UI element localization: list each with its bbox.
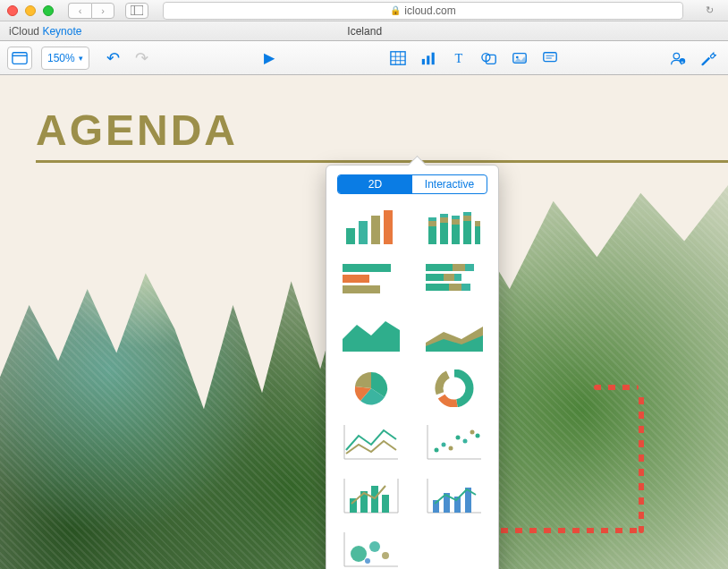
- minimize-window-button[interactable]: [25, 5, 36, 16]
- svg-rect-25: [371, 216, 380, 244]
- insert-chart-button[interactable]: [416, 47, 441, 70]
- svg-point-20: [673, 53, 680, 59]
- svg-rect-31: [440, 217, 448, 223]
- svg-point-65: [470, 430, 474, 435]
- sidebar-toggle-button[interactable]: [125, 3, 148, 19]
- svg-rect-35: [452, 216, 460, 219]
- zoom-select[interactable]: 150%▾: [41, 47, 89, 70]
- undo-button[interactable]: ↶: [102, 50, 125, 66]
- chart-mixed[interactable]: [426, 477, 483, 514]
- insert-media-button[interactable]: [507, 47, 532, 70]
- svg-point-64: [462, 439, 467, 444]
- insert-shape-button[interactable]: [477, 47, 502, 70]
- svg-rect-38: [463, 212, 471, 216]
- svg-rect-17: [543, 52, 555, 61]
- svg-rect-11: [431, 52, 434, 64]
- svg-rect-51: [449, 284, 461, 291]
- svg-rect-26: [384, 210, 393, 244]
- crumb-app[interactable]: iCloud: [9, 25, 39, 38]
- chart-picker-popover: 2D Interactive: [326, 165, 499, 569]
- svg-point-83: [369, 541, 380, 552]
- svg-rect-48: [444, 274, 454, 281]
- svg-rect-34: [452, 219, 460, 225]
- back-button[interactable]: ‹: [68, 3, 91, 19]
- svg-rect-10: [427, 55, 429, 64]
- insert-comment-button[interactable]: [538, 47, 563, 70]
- svg-rect-33: [452, 225, 460, 244]
- svg-rect-30: [440, 223, 448, 244]
- svg-rect-44: [426, 264, 453, 271]
- slide-canvas[interactable]: AGENDA 2D Interactive: [0, 75, 728, 569]
- format-button[interactable]: [696, 47, 721, 70]
- document-title: Iceland: [90, 25, 639, 38]
- svg-point-63: [455, 436, 460, 440]
- svg-rect-29: [428, 217, 436, 221]
- reload-button[interactable]: ↻: [698, 3, 721, 19]
- svg-point-60: [434, 448, 438, 453]
- svg-rect-39: [475, 226, 480, 244]
- window-controls: [7, 5, 54, 16]
- chart-type-tabs: 2D Interactive: [337, 174, 487, 194]
- svg-rect-73: [382, 495, 389, 513]
- close-window-button[interactable]: [7, 5, 18, 16]
- lock-icon: 🔒: [390, 5, 401, 15]
- svg-rect-28: [428, 221, 436, 226]
- chart-line[interactable]: [343, 423, 400, 461]
- chart-column[interactable]: [343, 208, 400, 246]
- svg-rect-0: [131, 5, 143, 15]
- svg-rect-47: [426, 274, 444, 281]
- chart-bubble[interactable]: [343, 531, 400, 568]
- chart-column-stacked[interactable]: [426, 208, 483, 246]
- redo-button[interactable]: ↷: [131, 50, 154, 66]
- svg-rect-43: [343, 285, 380, 293]
- url-host: icloud.com: [404, 4, 455, 17]
- chart-area[interactable]: [343, 316, 400, 353]
- svg-text:T: T: [454, 51, 462, 65]
- svg-rect-37: [463, 216, 471, 221]
- svg-rect-24: [359, 221, 368, 244]
- chart-scatter[interactable]: [426, 423, 483, 461]
- slide-headline[interactable]: AGENDA: [36, 106, 238, 155]
- svg-rect-41: [343, 264, 391, 272]
- chart-bar-horizontal[interactable]: [343, 262, 400, 300]
- tab-bar: iCloud Keynote Iceland: [0, 21, 728, 41]
- insert-text-button[interactable]: T: [446, 47, 471, 70]
- svg-rect-40: [475, 221, 480, 226]
- chart-donut[interactable]: [426, 369, 483, 407]
- svg-rect-13: [486, 55, 495, 64]
- svg-rect-49: [454, 274, 461, 281]
- svg-rect-32: [440, 214, 448, 217]
- svg-point-85: [365, 558, 370, 564]
- crumb-doc[interactable]: Keynote: [42, 25, 81, 38]
- zoom-value: 150%: [47, 52, 75, 64]
- tab-interactive[interactable]: Interactive: [412, 175, 487, 193]
- svg-rect-50: [426, 284, 449, 291]
- svg-rect-27: [428, 226, 436, 244]
- svg-rect-52: [461, 284, 470, 291]
- svg-point-84: [382, 552, 389, 559]
- insert-table-button[interactable]: [385, 47, 411, 70]
- svg-rect-36: [463, 221, 471, 244]
- address-bar[interactable]: 🔒 icloud.com: [163, 2, 683, 20]
- map-route[interactable]: [487, 381, 683, 533]
- zoom-window-button[interactable]: [43, 5, 54, 16]
- chart-bar-horizontal-stacked[interactable]: [426, 262, 483, 300]
- forward-button[interactable]: ›: [91, 3, 114, 19]
- svg-point-82: [351, 546, 367, 562]
- svg-point-61: [441, 443, 445, 447]
- chart-pie[interactable]: [343, 369, 400, 407]
- chart-thumbnail-grid: [337, 203, 487, 569]
- collaborate-button[interactable]: +: [665, 47, 690, 70]
- svg-rect-9: [421, 58, 424, 64]
- svg-point-62: [448, 446, 453, 451]
- play-button[interactable]: ▶: [257, 47, 282, 70]
- breadcrumb: iCloud Keynote: [0, 25, 90, 38]
- chart-area-stacked[interactable]: [426, 316, 483, 353]
- nav-group: ‹ ›: [68, 3, 114, 19]
- view-menu-button[interactable]: [7, 47, 32, 70]
- headline-rule: [36, 160, 728, 163]
- chart-two-axis[interactable]: [343, 477, 400, 514]
- svg-rect-46: [465, 264, 474, 271]
- tab-2d[interactable]: 2D: [338, 175, 412, 193]
- svg-rect-42: [343, 275, 369, 283]
